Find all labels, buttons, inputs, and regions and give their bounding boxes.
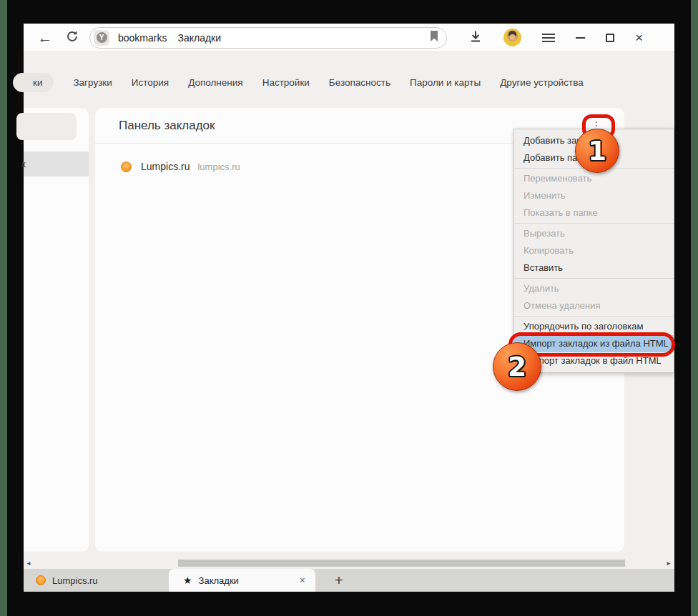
close-tab-button[interactable]: × [300,575,305,586]
lumpics-favicon-icon [121,162,132,172]
nav-item-istoriya[interactable]: История [132,77,169,88]
nav-item-nastroyki[interactable]: Настройки [262,77,310,88]
menu-item-delete: Удалить [514,280,674,297]
menu-item-copy: Копировать [514,242,674,259]
menu-item-show-in-folder: Показать в папке [514,204,674,222]
menu-item-edit: Изменить [514,187,674,204]
menu-item-add-bookmark[interactable]: Добавить закладку [514,132,674,149]
downloads-button[interactable] [468,29,483,46]
download-icon [468,29,483,46]
scroll-right-icon[interactable]: ► [666,560,672,567]
tab-title: Закладки [199,575,239,586]
page-title: Панель закладок [119,119,215,133]
star-icon: ★ [183,575,192,586]
tab-title: Lumpics.ru [52,575,98,586]
context-menu: Добавить закладку Добавить папку Переиме… [513,129,674,373]
bookmarks-nav-strip: ки Загрузки История Дополнения Настройки… [13,71,584,93]
new-tab-button[interactable]: + [327,569,351,592]
tab-lumpics[interactable]: Lumpics.ru [24,569,169,592]
menu-item-undo-delete: Отмена удаления [514,297,674,314]
nav-item-zakladki[interactable]: ки [13,73,54,92]
menu-separator [514,168,674,169]
close-window-button[interactable]: × [635,31,643,44]
minimize-icon [576,37,585,39]
bookmark-name: Lumpics.ru [141,161,190,172]
menu-separator [514,278,674,279]
screenshot-edge-right [691,0,698,616]
lumpics-favicon-icon [36,575,46,585]
nav-item-paroli[interactable]: Пароли и карты [410,77,481,88]
menu-item-import-html[interactable]: Импорт закладок из файла HTML [514,335,674,352]
nav-item-dopolneniya[interactable]: Дополнения [188,77,242,88]
horizontal-scrollbar-thumb[interactable] [178,560,625,567]
menu-separator [514,316,674,317]
site-badge: Y [94,30,109,46]
address-bar[interactable]: Y bookmarks Закладки [89,27,447,49]
menu-item-paste[interactable]: Вставить [514,259,674,277]
avatar [503,29,521,46]
url-host: bookmarks [118,32,167,44]
sidebar-selected-folder[interactable]: к [24,151,89,177]
tab-bookmarks-active[interactable]: ★ Закладки × [169,569,315,592]
menu-item-cut: Вырезать [514,225,674,242]
browser-window: ← Y bookmarks Закладки × [24,24,674,592]
bottom-tab-bar: Lumpics.ru ★ Закладки × + [24,569,674,592]
nav-item-zagruzki[interactable]: Загрузки [73,77,112,88]
profile-button[interactable] [503,29,521,46]
menu-item-rename: Переименовать [514,170,674,187]
sidebar-search-block[interactable] [16,113,77,140]
maximize-icon [606,34,614,42]
bookmark-url: lumpics.ru [197,162,240,172]
back-button[interactable]: ← [35,29,55,46]
yandex-logo-icon: Y [97,32,107,43]
hamburger-icon [542,34,555,35]
nav-item-ustroystva[interactable]: Другие устройства [500,77,584,88]
browser-toolbar: ← Y bookmarks Закладки × [24,24,674,52]
refresh-button[interactable] [62,29,82,46]
folders-sidebar: к [24,108,89,552]
url-page-title: Закладки [177,32,221,44]
maximize-button[interactable] [606,34,614,42]
menu-item-add-folder[interactable]: Добавить папку [514,149,674,167]
menu-separator [514,223,674,224]
sidebar-folder-label-fragment: к [21,159,26,169]
minimize-button[interactable] [576,37,585,39]
refresh-icon [65,29,79,46]
scroll-left-icon[interactable]: ◄ [26,560,31,567]
bookmark-flag-icon[interactable] [429,30,439,45]
back-icon: ← [38,29,53,46]
menu-item-export-html[interactable]: Экспорт закладок в файл HTML [514,352,674,369]
screenshot-edge-left [0,0,7,616]
close-icon: × [635,31,643,44]
nav-item-bezopasnost[interactable]: Безопасность [329,77,390,88]
menu-item-sort-by-title[interactable]: Упорядочить по заголовкам [514,318,674,335]
